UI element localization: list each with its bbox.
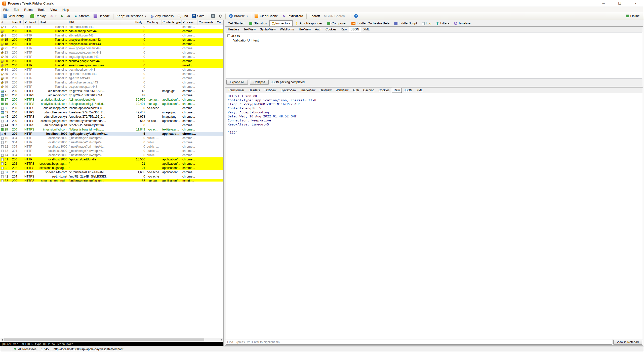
session-row[interactable]: 28 200 HTTPS imgs.signifyd.com /fb/tags.…: [0, 127, 223, 132]
session-row[interactable]: 7 200 HTTPS alb.reddit.com /rp.gif?ts=16…: [0, 89, 223, 93]
session-row[interactable]: 31 200 HTTPS clients4.google.com /chrome…: [0, 119, 223, 123]
response-inspector-tab[interactable]: Raw: [392, 88, 402, 93]
response-inspector-tab[interactable]: XML: [414, 88, 425, 93]
request-inspector-tab[interactable]: JSON: [349, 27, 361, 32]
column-header[interactable]: Body: [134, 20, 146, 25]
request-inspector-tab[interactable]: Headers: [226, 27, 241, 32]
msdn-search-button[interactable]: MSDN Search...: [322, 14, 349, 18]
session-row[interactable]: 10 304 HTTP localhost:3000 /_next/image?…: [0, 136, 223, 140]
collapse-button[interactable]: Collapse: [250, 80, 269, 85]
menu-help[interactable]: Help: [60, 7, 72, 12]
json-tree-view[interactable]: − JSON ValidationUrl=test: [226, 32, 642, 78]
session-row[interactable]: 34 200 HTTP Tunnel to t.ocmhood.com:443 …: [0, 68, 223, 72]
scroll-left-arrow[interactable]: [0, 338, 4, 342]
scroll-right-arrow[interactable]: [219, 338, 223, 342]
response-inspector-tab[interactable]: ImageView: [299, 88, 317, 93]
session-row[interactable]: 38 200 HTTP Tunnel to sg-t.r-tb.net:443 …: [0, 76, 223, 80]
column-header[interactable]: Caching: [146, 20, 162, 25]
request-inspector-tab[interactable]: XML: [361, 27, 372, 32]
screenshot-button[interactable]: [210, 13, 217, 19]
go-button[interactable]: Go: [59, 13, 71, 19]
tab-composer[interactable]: Composer: [325, 20, 349, 26]
decode-button[interactable]: Decode: [92, 13, 112, 19]
response-inspector-tab[interactable]: Caching: [361, 88, 376, 93]
session-row[interactable]: 3 202 HTTPS sessions.bugsnag.com / 21 ap…: [0, 166, 223, 170]
tab-get-started[interactable]: Get Started: [225, 20, 247, 26]
session-row[interactable]: 42 204 HTTPS sg-t.r-tb.net /lmp?l2=2La4B…: [0, 174, 223, 179]
session-row[interactable]: 32 200 HTTP Tunnel to smartscreen-prod.m…: [0, 63, 223, 68]
menu-view[interactable]: View: [48, 7, 60, 12]
response-inspector-tab[interactable]: WebView: [334, 88, 350, 93]
session-row[interactable]: 37 200 HTTPS sg-feed.r-tb.com /v1/pushes…: [0, 170, 223, 174]
session-row[interactable]: 15 200 HTTP Tunnel to analytics.tiktok.c…: [0, 38, 223, 42]
response-inspector-tab[interactable]: TextView: [262, 88, 278, 93]
session-row[interactable]: 45 200 HTTPS cdn.rollserver.xyz /creativ…: [0, 115, 223, 119]
tab-timeline[interactable]: Timeline: [452, 20, 473, 26]
tab-fiddler-orchestra[interactable]: Fiddler Orchestra Beta: [349, 20, 392, 26]
tab-filters[interactable]: Filters: [434, 20, 451, 26]
winconfig-button[interactable]: WinConfig: [2, 13, 25, 19]
find-input[interactable]: [226, 340, 612, 345]
find-button[interactable]: Find: [176, 14, 190, 18]
session-row[interactable]: 39 200 HTTP Tunnel to cdn.rollserver.xyz…: [0, 80, 223, 85]
scroll-track[interactable]: [4, 338, 219, 342]
expand-all-button[interactable]: Expand All: [226, 80, 248, 85]
session-row[interactable]: 23 200 HTTP Tunnel to www.google.com.tw:…: [0, 51, 223, 55]
browse-button[interactable]: Browse: [227, 13, 250, 19]
request-inspector-tab[interactable]: SyntaxView: [258, 27, 277, 32]
clear-cache-button[interactable]: Clear Cache: [253, 13, 279, 19]
session-row[interactable]: 40 200 HTTP Tunnel to eu.pushmeup.art:44…: [0, 85, 223, 89]
session-row[interactable]: 2 202 HTTPS sessions.bugsnag.com / 21 ap…: [0, 162, 223, 166]
quickexec-box[interactable]: [QuickExec] ALT+Q > type HELP to learn m…: [0, 342, 223, 346]
session-row[interactable]: 12 304 HTTP localhost:3000 /_next/image?…: [0, 145, 223, 149]
session-row[interactable]: 21 200 HTTP Tunnel to www.google.com.tw:…: [0, 46, 223, 51]
close-button[interactable]: ×: [628, 0, 644, 7]
response-inspector-tab[interactable]: Cookies: [377, 88, 391, 93]
response-inspector-tab[interactable]: JSON: [402, 88, 414, 93]
collapse-expander-icon[interactable]: −: [227, 34, 230, 37]
session-row[interactable]: 17 200 HTTPS analytics.tiktok.com /i18n/…: [0, 98, 223, 102]
response-inspector-tab[interactable]: HexView: [318, 88, 334, 93]
response-inspector-tab[interactable]: Auth: [351, 88, 361, 93]
maximize-button[interactable]: ☐: [612, 0, 628, 7]
view-in-notepad-button[interactable]: View in Notepad: [613, 340, 642, 345]
column-header[interactable]: Process: [182, 20, 198, 25]
session-row[interactable]: 16 200 HTTPS alb.reddit.com /rp.gif?ts=1…: [0, 93, 223, 98]
request-inspector-tab[interactable]: Auth: [313, 27, 323, 32]
session-row[interactable]: 14 304 HTTP localhost:3000 /_next/image?…: [0, 153, 223, 157]
request-inspector-tab[interactable]: TextView: [242, 27, 258, 32]
minimize-button[interactable]: ─: [595, 0, 612, 7]
tab-fiddlerscript[interactable]: FiddlerScript: [392, 20, 419, 26]
response-inspector-tab[interactable]: Transformer: [226, 88, 246, 93]
tearoff-button[interactable]: Tearoff: [308, 14, 322, 18]
column-header[interactable]: Protocol: [24, 20, 39, 25]
column-header[interactable]: #: [0, 20, 11, 25]
session-row[interactable]: 19 200 HTTPS analytics.tiktok.com /i18n/…: [0, 102, 223, 106]
menu-edit[interactable]: Edit: [11, 7, 22, 12]
session-row[interactable]: 11 304 HTTP localhost:3000 /_next/image?…: [0, 140, 223, 145]
tab-log[interactable]: Log: [420, 20, 434, 26]
tab-statistics[interactable]: Statistics: [247, 20, 269, 26]
json-tree-child-node[interactable]: ValidationUrl=test: [229, 38, 640, 42]
session-row[interactable]: 26 200 HTTP Tunnel to imgs.signifyd.com:…: [0, 55, 223, 59]
any-process-button[interactable]: Any Process: [148, 13, 175, 19]
column-header[interactable]: Comments: [198, 20, 216, 25]
process-filter-status[interactable]: All Processes: [11, 346, 39, 352]
session-row[interactable]: 5 200 HTTP Tunnel to cdn.acsbapp.com:443…: [0, 29, 223, 33]
replay-button[interactable]: Replay: [29, 13, 47, 19]
json-tree-root-node[interactable]: − JSON: [227, 33, 640, 38]
response-inspector-tab[interactable]: Headers: [247, 88, 262, 93]
timer-button[interactable]: [217, 14, 224, 18]
column-header[interactable]: Content-Type: [162, 20, 182, 25]
stream-button[interactable]: Stream: [72, 13, 91, 19]
session-row[interactable]: 9 200 HTTP Tunnel to alb.reddit.com:443 …: [0, 33, 223, 38]
request-inspector-tab[interactable]: Cookies: [324, 27, 338, 32]
tab-inspectors[interactable]: Inspectors: [269, 20, 293, 26]
response-inspector-tab[interactable]: SyntaxView: [278, 88, 298, 93]
column-header[interactable]: Cu...: [216, 20, 223, 25]
session-row[interactable]: 33 200 HTTPS smartscreen-prod... /api/br…: [0, 179, 223, 182]
session-row[interactable]: 43 200 HTTPS cdn.rollserver.xyz /creativ…: [0, 110, 223, 115]
remove-sessions-button[interactable]: [48, 13, 58, 19]
session-row[interactable]: 35 200 HTTP Tunnel to sg-feed.r-tb.com:4…: [0, 72, 223, 76]
scroll-thumb[interactable]: [4, 338, 204, 341]
